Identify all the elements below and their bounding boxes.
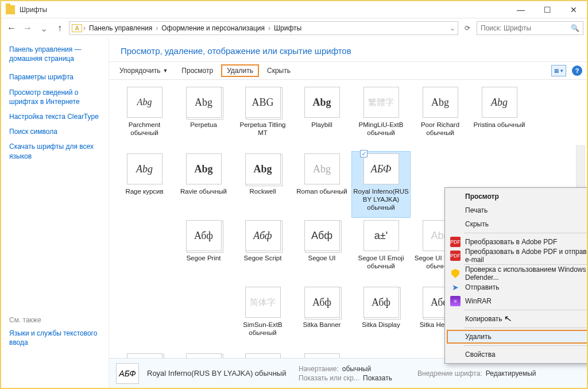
breadcrumb-1[interactable]: Оформление и персонализация	[159, 24, 267, 32]
sidebar-link-charsearch[interactable]: Поиск символа	[9, 127, 100, 136]
font-item[interactable]: AbgPlaybill	[292, 84, 351, 151]
maximize-button[interactable]: ☐	[534, 1, 560, 18]
font-label: Segoe UI	[308, 255, 336, 263]
font-item[interactable]: АбфSegoe UI	[292, 218, 351, 284]
minimize-button[interactable]: —	[508, 1, 534, 18]
breadcrumb-0[interactable]: Панель управления	[87, 24, 154, 32]
font-item[interactable]: 简体字SimSun-ExtB обычный	[233, 284, 292, 351]
sidebar-link-download[interactable]: Скачать шрифты для всех языков	[9, 142, 100, 160]
font-label: Perpetua	[190, 121, 217, 129]
font-item[interactable]: a±'Segoe UI Emoji обычный	[351, 218, 411, 284]
share-icon: ➤	[450, 282, 461, 292]
font-preview: a±'	[363, 220, 399, 251]
font-preview: АБФ✓	[363, 153, 399, 184]
font-item[interactable]: АбфSitka Text	[174, 351, 233, 358]
breadcrumb-sep: ›	[83, 24, 86, 32]
cm-hide[interactable]: Скрыть	[447, 217, 588, 231]
font-item[interactable]: AbgPristina обычный	[470, 84, 529, 151]
toolbar-hide[interactable]: Скрыть	[261, 64, 296, 77]
sidebar-link-cleartype[interactable]: Настройка текста ClearType	[9, 112, 100, 121]
font-preview: Абф	[127, 353, 163, 358]
font-item[interactable]: АбфSegoe Print	[174, 218, 233, 284]
view-mode-button[interactable]: ▦ ▾	[551, 65, 566, 76]
cm-copy[interactable]: Копировать	[447, 312, 588, 326]
font-label: Poor Richard обычный	[412, 121, 469, 137]
toolbar-organize[interactable]: Упорядочить ▼	[114, 64, 173, 77]
font-item[interactable]: AbgRage курсив	[115, 151, 174, 218]
font-item[interactable]: AbgPerpetua	[174, 84, 233, 151]
details-style-label: Начертание:	[299, 365, 339, 373]
see-also-label: См. также	[9, 316, 100, 324]
cm-winrar[interactable]: ≡WinRAR▸	[447, 294, 588, 308]
search-input[interactable]	[481, 24, 571, 32]
up-button[interactable]: ↑	[53, 21, 67, 35]
font-item[interactable]: AbgPoor Richard обычный	[411, 84, 470, 151]
font-preview: Abg	[482, 87, 517, 118]
chevron-down-icon: ▼	[163, 68, 168, 74]
font-preview: Абф	[304, 220, 340, 251]
toolbar-delete[interactable]: Удалить	[221, 64, 259, 77]
font-preview: 繁體字	[363, 87, 399, 118]
font-preview: Abg	[304, 353, 340, 358]
page-heading: Просмотр, удаление, отображение или скры…	[109, 38, 587, 61]
cm-properties[interactable]: Свойства	[447, 348, 588, 361]
font-item[interactable]: АбфSitka Display	[351, 284, 411, 351]
font-item[interactable]: AbgRoman обычный	[292, 151, 351, 218]
font-item[interactable]: АбфSitka Banner	[292, 284, 351, 351]
font-preview: Абф	[363, 287, 399, 318]
font-label: Parchment обычный	[116, 121, 173, 137]
details-thumb: АБФ	[116, 363, 139, 384]
font-item[interactable]: AbgRockwell	[233, 151, 292, 218]
font-item[interactable]: AbgSnap ITC обычный	[292, 351, 351, 358]
font-label: Rage курсив	[125, 188, 163, 196]
sidebar-link-languages[interactable]: Языки и службы текстового ввода	[9, 329, 100, 347]
nav-bar: ← → ⌄ ↑ A › Панель управления › Оформлен…	[1, 18, 587, 38]
details-embed-label: Внедрение шрифта:	[417, 369, 482, 378]
sidebar-link-online[interactable]: Просмотр сведений о шрифтах в Интернете	[9, 88, 100, 106]
pdf-icon: PDF	[450, 237, 461, 247]
command-bar: Упорядочить ▼ Просмотр Удалить Скрыть ▦ …	[109, 61, 587, 80]
close-button[interactable]: ✕	[560, 1, 587, 18]
font-label: Segoe Script	[244, 255, 282, 263]
font-label: Sitka Banner	[303, 321, 341, 329]
font-preview: Abg	[186, 87, 222, 118]
font-item[interactable]: AbgSmall Fonts обычный	[233, 351, 292, 358]
title-bar: Шрифты — ☐ ✕	[1, 1, 587, 18]
context-menu: Просмотр Печать Скрыть PDFПреобразовать …	[444, 187, 588, 364]
forward-button[interactable]: →	[21, 21, 34, 35]
sidebar-link-home[interactable]: Панель управления — домашняя страница	[9, 45, 100, 63]
font-item[interactable]: AbgParchment обычный	[115, 84, 174, 151]
font-preview: Abg	[245, 153, 281, 184]
cm-separator	[464, 233, 588, 233]
font-label: SimSun-ExtB обычный	[234, 321, 291, 337]
font-preview: Абф	[186, 353, 222, 358]
cm-preview[interactable]: Просмотр	[447, 190, 588, 203]
search-box[interactable]: 🔍	[477, 21, 583, 35]
cm-to-pdf-email[interactable]: PDFПреобразовать в Adobe PDF и отправить…	[447, 249, 588, 263]
font-item[interactable]: ABGPerpetua Titling MT	[233, 84, 292, 151]
cm-print[interactable]: Печать	[447, 203, 588, 217]
content-area: Просмотр, удаление, отображение или скры…	[109, 38, 587, 388]
font-item[interactable]: АбфSitka Subheading	[115, 351, 174, 358]
refresh-button[interactable]: ⟳	[461, 21, 474, 35]
breadcrumb-expand[interactable]: ⌄	[450, 24, 455, 32]
breadcrumb-2[interactable]: Шрифты	[272, 24, 304, 32]
cm-to-pdf[interactable]: PDFПреобразовать в Adobe PDF	[447, 235, 588, 249]
font-item[interactable]: АБФ✓Royal Inferno(RUS BY LYAJKA) обычный	[351, 151, 411, 218]
search-icon: 🔍	[571, 24, 579, 32]
cm-delete[interactable]: Удалить	[447, 330, 588, 344]
checkbox-icon[interactable]: ✓	[360, 150, 368, 157]
history-dropdown[interactable]: ⌄	[37, 21, 51, 35]
cm-defender[interactable]: Проверка с использованием Windows Defend…	[447, 267, 588, 280]
address-bar[interactable]: A › Панель управления › Оформление и пер…	[69, 21, 458, 35]
font-label: Rockwell	[249, 188, 276, 196]
font-item[interactable]: AbgRavie обычный	[174, 151, 233, 218]
font-item[interactable]: АбфSegoe Script	[233, 218, 292, 284]
font-label: Roman обычный	[296, 188, 347, 196]
font-item[interactable]: 繁體字PMingLiU-ExtB обычный	[351, 84, 411, 151]
sidebar-link-params[interactable]: Параметры шрифта	[9, 72, 100, 82]
help-button[interactable]: ?	[572, 66, 582, 76]
cm-send[interactable]: ➤Отправить▸	[447, 280, 588, 294]
back-button[interactable]: ←	[5, 21, 18, 35]
toolbar-preview[interactable]: Просмотр	[176, 64, 219, 77]
